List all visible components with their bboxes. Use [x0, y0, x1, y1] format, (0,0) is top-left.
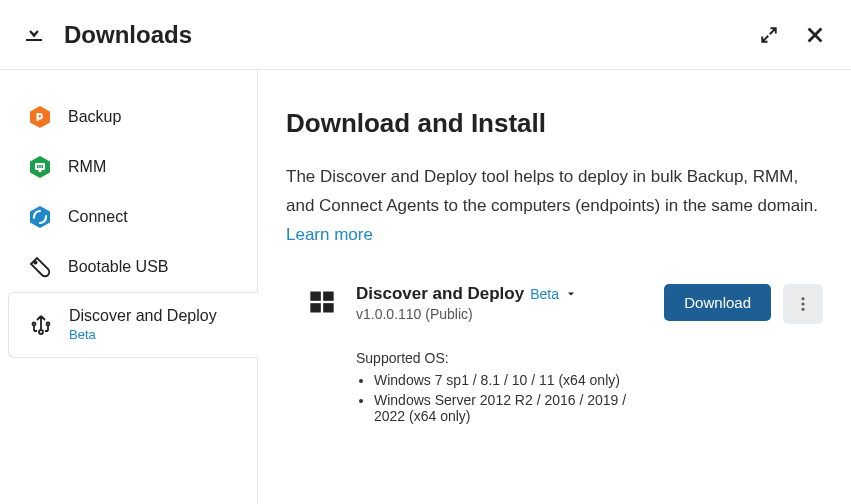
download-button[interactable]: Download: [664, 284, 771, 321]
expand-button[interactable]: [755, 21, 783, 49]
product-actions: Download: [664, 284, 823, 428]
svg-point-14: [802, 302, 805, 305]
beta-badge: Beta: [69, 327, 217, 344]
sidebar-item-label: RMM: [68, 157, 106, 178]
sidebar-item-label: Backup: [68, 107, 121, 128]
product-version: v1.0.0.110 (Public): [356, 306, 644, 322]
svg-rect-10: [323, 291, 334, 300]
product-card: Discover and Deploy Beta v1.0.0.110 (Pub…: [286, 284, 823, 428]
version-dropdown-toggle[interactable]: [565, 288, 577, 300]
main-content: Download and Install The Discover and De…: [258, 70, 851, 504]
product-info: Discover and Deploy Beta v1.0.0.110 (Pub…: [356, 284, 644, 428]
svg-rect-11: [310, 303, 321, 312]
svg-rect-4: [39, 170, 42, 172]
svg-point-13: [802, 297, 805, 300]
svg-point-8: [47, 322, 50, 325]
layout: Backup RMM Connect Bootable USB: [0, 70, 851, 504]
usb-tag-icon: [28, 255, 52, 279]
page-description: The Discover and Deploy tool helps to de…: [286, 163, 823, 250]
sidebar-item-text: Discover and Deploy Beta: [69, 306, 217, 344]
svg-rect-1: [37, 165, 39, 168]
sidebar-item-label: Bootable USB: [68, 257, 169, 278]
product-name: Discover and Deploy: [356, 284, 524, 304]
sidebar-item-rmm[interactable]: RMM: [0, 142, 257, 192]
page-heading: Download and Install: [286, 108, 823, 139]
sidebar-item-text: Connect: [68, 207, 128, 228]
sidebar-item-label: Connect: [68, 207, 128, 228]
supported-os-list: Windows 7 sp1 / 8.1 / 10 / 11 (x64 only)…: [356, 372, 644, 424]
learn-more-link[interactable]: Learn more: [286, 225, 373, 244]
sidebar: Backup RMM Connect Bootable USB: [0, 70, 258, 504]
sidebar-item-connect[interactable]: Connect: [0, 192, 257, 242]
sidebar-item-text: RMM: [68, 157, 106, 178]
svg-rect-2: [39, 165, 41, 168]
svg-rect-12: [323, 303, 334, 312]
product-name-line: Discover and Deploy Beta: [356, 284, 644, 304]
sidebar-item-text: Backup: [68, 107, 121, 128]
svg-point-6: [39, 330, 43, 334]
backup-icon: [28, 105, 52, 129]
svg-point-5: [34, 261, 36, 263]
svg-rect-3: [42, 165, 44, 168]
rmm-icon: [28, 155, 52, 179]
supported-os: Supported OS: Windows 7 sp1 / 8.1 / 10 /…: [356, 350, 644, 424]
sidebar-item-label: Discover and Deploy: [69, 306, 217, 327]
supported-os-item: Windows 7 sp1 / 8.1 / 10 / 11 (x64 only): [374, 372, 644, 388]
more-actions-button[interactable]: [783, 284, 823, 324]
discover-deploy-icon: [29, 313, 53, 337]
modal-title: Downloads: [64, 21, 737, 49]
windows-icon: [308, 288, 336, 316]
connect-icon: [28, 205, 52, 229]
download-icon: [22, 21, 46, 49]
sidebar-item-bootable-usb[interactable]: Bootable USB: [0, 242, 257, 292]
svg-point-15: [802, 307, 805, 310]
product-beta-tag: Beta: [530, 286, 559, 302]
close-button[interactable]: [801, 21, 829, 49]
supported-os-item: Windows Server 2012 R2 / 2016 / 2019 / 2…: [374, 392, 644, 424]
modal-header: Downloads: [0, 0, 851, 70]
sidebar-item-discover-deploy[interactable]: Discover and Deploy Beta: [8, 292, 258, 358]
description-text: The Discover and Deploy tool helps to de…: [286, 167, 818, 215]
sidebar-item-backup[interactable]: Backup: [0, 92, 257, 142]
supported-os-label: Supported OS:: [356, 350, 644, 366]
svg-point-7: [33, 322, 36, 325]
sidebar-item-text: Bootable USB: [68, 257, 169, 278]
svg-rect-9: [310, 291, 321, 300]
